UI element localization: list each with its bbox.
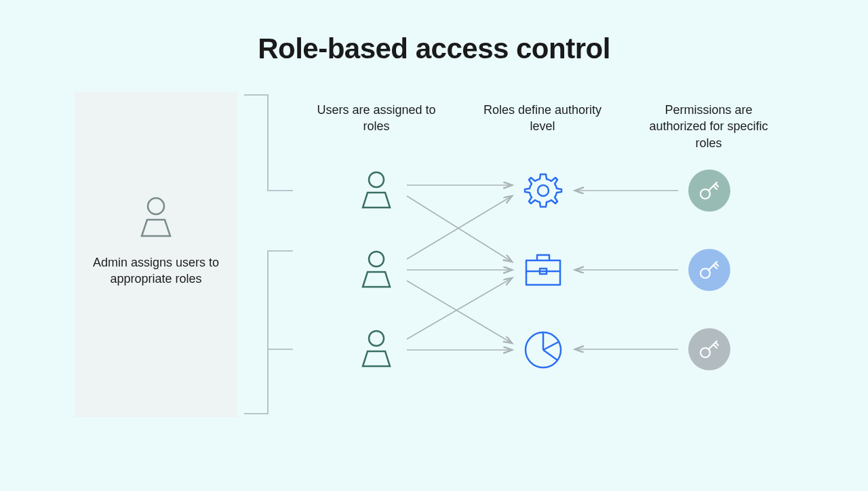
admin-user-icon	[132, 197, 180, 239]
svg-point-2	[369, 252, 384, 267]
arrow-user2-role1	[407, 196, 512, 259]
admin-panel: Admin assigns users to appropriate roles	[75, 92, 237, 417]
svg-point-1	[369, 172, 384, 187]
key-badge-gray	[688, 328, 730, 370]
diagram-title: Role-based access control	[0, 33, 868, 65]
key-badge-blue	[688, 249, 730, 291]
bracket-admin-user-1	[244, 95, 293, 191]
gear-icon	[522, 170, 564, 212]
svg-rect-5	[526, 260, 560, 285]
arrow-user1-role2	[407, 196, 512, 262]
column-header-permissions: Permissions are authorized for specific …	[641, 102, 776, 151]
pie-chart-icon	[522, 329, 564, 371]
column-header-roles: Roles define authority level	[475, 102, 610, 135]
column-header-users: Users are assigned to roles	[309, 102, 444, 135]
svg-point-0	[148, 198, 164, 214]
user-icon-1	[354, 171, 399, 210]
arrow-user3-role2	[407, 278, 512, 339]
user-icon-3	[354, 330, 399, 369]
briefcase-icon	[522, 250, 564, 289]
arrow-user2-role3	[407, 281, 512, 343]
user-icon-2	[354, 250, 399, 290]
key-badge-green	[688, 170, 730, 212]
svg-point-3	[369, 331, 384, 346]
svg-point-4	[538, 185, 549, 196]
bracket-admin-users-23	[244, 251, 293, 414]
admin-caption: Admin assigns users to appropriate roles	[75, 254, 237, 288]
